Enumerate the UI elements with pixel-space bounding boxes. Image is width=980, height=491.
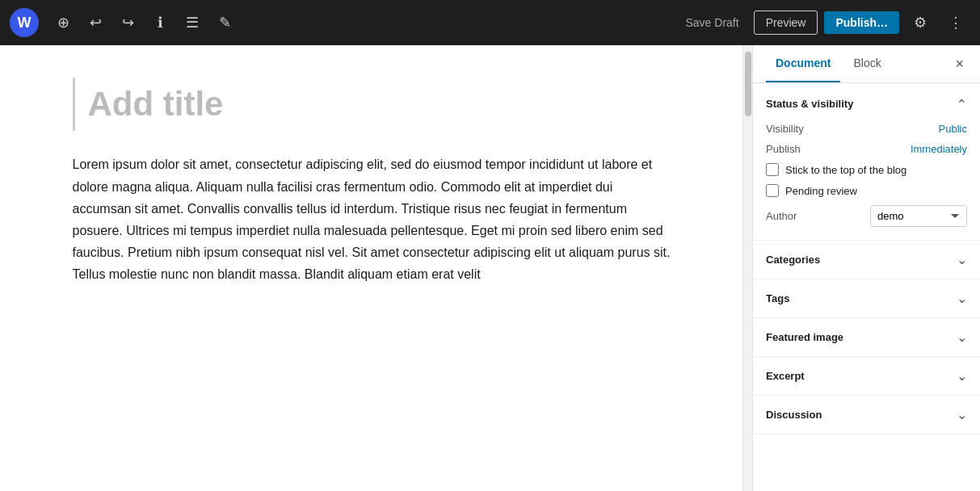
author-label: Author: [766, 210, 797, 222]
more-options-button[interactable]: ⋮: [941, 8, 970, 37]
scroll-thumb: [745, 52, 751, 116]
publish-label: Publish: [766, 143, 801, 155]
redo-button[interactable]: ↪: [113, 8, 142, 37]
preview-button[interactable]: Preview: [754, 10, 818, 35]
visibility-row: Visibility Public: [766, 123, 967, 135]
undo-button[interactable]: ↩: [81, 8, 110, 37]
list-icon: ☰: [186, 14, 199, 31]
stick-top-row: Stick to the top of the blog: [766, 163, 967, 176]
author-row: Author demo admin: [766, 205, 967, 227]
categories-section[interactable]: Categories ⌄: [753, 241, 980, 279]
publish-button[interactable]: Publish…: [824, 11, 899, 34]
chevron-down-icon: ⌄: [957, 407, 967, 422]
publish-value[interactable]: Immediately: [911, 143, 967, 155]
list-view-button[interactable]: ☰: [178, 8, 207, 37]
discussion-section[interactable]: Discussion ⌄: [753, 396, 980, 434]
add-icon: ⊕: [57, 14, 69, 31]
excerpt-title: Excerpt: [766, 370, 805, 382]
excerpt-section[interactable]: Excerpt ⌄: [753, 357, 980, 396]
publish-row: Publish Immediately: [766, 143, 967, 155]
featured-image-title: Featured image: [766, 331, 843, 343]
visibility-label: Visibility: [766, 123, 804, 135]
save-draft-button[interactable]: Save Draft: [678, 11, 747, 34]
discussion-title: Discussion: [766, 409, 822, 421]
tab-block[interactable]: Block: [843, 45, 890, 82]
right-panel: Document Block × Status & visibility ⌄ V…: [752, 45, 980, 491]
author-select[interactable]: demo admin: [870, 205, 967, 227]
stick-top-label[interactable]: Stick to the top of the blog: [785, 164, 906, 176]
title-block[interactable]: Add title: [73, 78, 671, 131]
chevron-up-icon: ⌄: [957, 96, 967, 111]
pencil-icon: ✎: [219, 14, 231, 31]
stick-top-checkbox[interactable]: [766, 163, 779, 176]
toolbar-right: Save Draft Preview Publish… ⚙ ⋮: [678, 8, 971, 37]
status-visibility-title: Status & visibility: [766, 98, 853, 110]
status-visibility-header[interactable]: Status & visibility ⌄: [766, 96, 967, 111]
pending-review-checkbox[interactable]: [766, 184, 779, 197]
wordpress-logo[interactable]: W: [10, 8, 39, 37]
editor-area[interactable]: Add title Lorem ipsum dolor sit amet, co…: [0, 45, 742, 491]
featured-image-section[interactable]: Featured image ⌄: [753, 318, 980, 357]
chevron-down-icon: ⌄: [957, 368, 967, 384]
tags-title: Tags: [766, 292, 789, 304]
title-placeholder[interactable]: Add title: [88, 84, 658, 124]
undo-icon: ↩: [90, 14, 102, 31]
panel-tabs: Document Block ×: [753, 45, 980, 83]
toolbar: W ⊕ ↩ ↪ ℹ ☰ ✎ Save Draft Preview Publish…: [0, 0, 980, 45]
gear-icon: ⚙: [914, 14, 927, 31]
close-panel-button[interactable]: ×: [952, 52, 967, 76]
tab-document[interactable]: Document: [766, 45, 840, 82]
tags-section[interactable]: Tags ⌄: [753, 279, 980, 318]
chevron-down-icon: ⌄: [957, 252, 967, 267]
scrollbar[interactable]: [742, 45, 752, 491]
editor-inner: Add title Lorem ipsum dolor sit amet, co…: [73, 78, 671, 286]
pending-review-row: Pending review: [766, 184, 967, 197]
chevron-down-icon: ⌄: [957, 291, 967, 306]
settings-button[interactable]: ⚙: [906, 8, 935, 37]
visibility-value[interactable]: Public: [939, 123, 967, 135]
status-visibility-section: Status & visibility ⌄ Visibility Public …: [753, 83, 980, 241]
main-area: Add title Lorem ipsum dolor sit amet, co…: [0, 45, 980, 491]
redo-icon: ↪: [122, 14, 134, 31]
ellipsis-icon: ⋮: [948, 14, 963, 31]
info-icon: ℹ: [158, 14, 163, 31]
body-content[interactable]: Lorem ipsum dolor sit amet, consectetur …: [73, 153, 671, 285]
categories-title: Categories: [766, 254, 820, 266]
info-button[interactable]: ℹ: [145, 8, 175, 37]
pending-review-label[interactable]: Pending review: [785, 185, 857, 197]
add-block-button[interactable]: ⊕: [48, 8, 78, 37]
chevron-down-icon: ⌄: [957, 329, 967, 345]
edit-button[interactable]: ✎: [210, 8, 239, 37]
logo-text: W: [18, 15, 32, 31]
